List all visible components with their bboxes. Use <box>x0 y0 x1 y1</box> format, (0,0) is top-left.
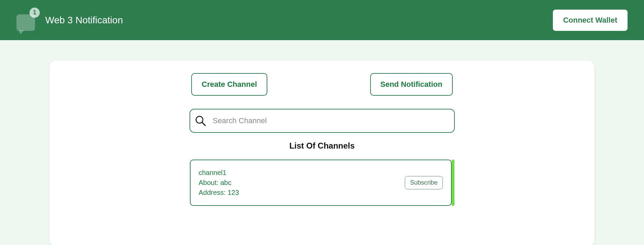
content-card: Create Channel Send Notification List Of… <box>50 61 594 245</box>
app-logo-icon: 1 <box>16 10 38 31</box>
send-notification-button[interactable]: Send Notification <box>370 73 453 96</box>
subscribe-button[interactable]: Subscribe <box>405 176 442 189</box>
action-buttons-row: Create Channel Send Notification <box>50 73 594 96</box>
channel-info: channel1 About: abc Address: 123 <box>199 168 239 198</box>
app-header: 1 Web 3 Notification Connect Wallet <box>0 0 644 40</box>
connect-wallet-button[interactable]: Connect Wallet <box>553 10 628 31</box>
notification-badge: 1 <box>29 8 40 18</box>
badge-count: 1 <box>33 9 36 16</box>
header-left: 1 Web 3 Notification <box>16 10 123 31</box>
search-icon <box>194 115 207 127</box>
search-channel-input[interactable] <box>213 116 450 125</box>
channel-name: channel1 <box>199 168 239 178</box>
create-channel-button[interactable]: Create Channel <box>191 73 267 96</box>
channel-row: channel1 About: abc Address: 123 Subscri… <box>190 160 452 206</box>
search-container <box>190 109 455 133</box>
channel-about: About: abc <box>199 178 239 188</box>
svg-line-1 <box>202 122 205 126</box>
scrollbar-thumb[interactable] <box>452 160 454 206</box>
main-content: Create Channel Send Notification List Of… <box>0 40 644 245</box>
app-title: Web 3 Notification <box>45 15 123 26</box>
list-of-channels-title: List Of Channels <box>50 141 594 151</box>
channels-list: channel1 About: abc Address: 123 Subscri… <box>190 160 454 206</box>
channel-address: Address: 123 <box>199 188 239 198</box>
